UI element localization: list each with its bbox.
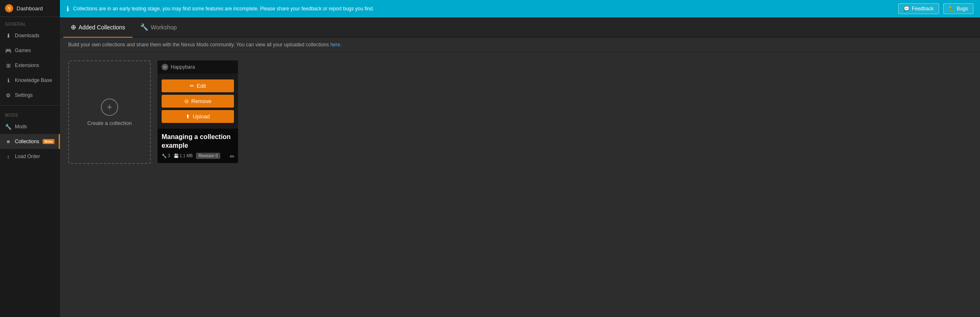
create-plus-icon: + <box>101 98 118 116</box>
card-avatar: H <box>162 64 168 70</box>
sidebar-item-games[interactable]: 🎮 Games <box>0 43 60 58</box>
upload-icon: ⬆ <box>186 113 190 120</box>
tab-workshop-icon: 🔧 <box>140 23 148 31</box>
banner-text: Collections are in an early testing stag… <box>73 6 894 12</box>
subtitle-link[interactable]: here. <box>330 42 341 48</box>
banner-info-icon: ℹ <box>67 5 69 13</box>
card-header: H Happybara <box>157 60 238 74</box>
sidebar-item-downloads-label: Downloads <box>15 33 55 38</box>
subtitle-bar: Build your own collections and share the… <box>60 38 980 52</box>
beta-badge: Beta <box>43 139 55 144</box>
size-icon: 💾 <box>174 154 179 158</box>
sidebar-item-collections-label: Collections <box>15 139 39 144</box>
sidebar-item-load-order[interactable]: ↕ Load Order <box>0 149 60 164</box>
sidebar-section-general: General <box>0 17 60 28</box>
sidebar-item-games-label: Games <box>15 48 55 53</box>
extensions-icon: ⊞ <box>5 62 12 69</box>
upload-label: Upload <box>193 113 210 120</box>
banner: ℹ Collections are in an early testing st… <box>60 0 980 17</box>
mods-count-value: 3 <box>168 154 170 158</box>
edit-icon: ✏ <box>190 83 194 89</box>
sidebar-item-extensions-label: Extensions <box>15 62 55 68</box>
size-value: 1.1 MB <box>180 154 193 158</box>
tab-added-collections-label: Added Collections <box>79 24 125 31</box>
load-order-icon: ↕ <box>5 153 12 160</box>
card-meta: 🔧 3 💾 1.1 MB Revision 0 <box>162 153 234 159</box>
card-edit-button[interactable]: ✏ Edit <box>162 79 234 92</box>
sidebar-logo-text: Dashboard <box>17 5 43 12</box>
games-icon: 🎮 <box>5 47 12 54</box>
tab-workshop[interactable]: 🔧 Workshop <box>133 17 184 38</box>
feedback-button[interactable]: 💬 Feedback <box>898 3 939 14</box>
logo-icon: N <box>5 4 13 12</box>
subtitle-text: Build your own collections and share the… <box>68 42 330 48</box>
card-info: Managing a collection example 🔧 3 💾 1.1 … <box>157 129 238 163</box>
content-area: Build your own collections and share the… <box>60 38 980 317</box>
card-author: Happybara <box>171 64 195 70</box>
create-collection-card[interactable]: + Create a collection <box>68 60 151 164</box>
sidebar-item-extensions[interactable]: ⊞ Extensions <box>0 58 60 73</box>
card-upload-button[interactable]: ⬆ Upload <box>162 110 234 123</box>
remove-icon: ⊖ <box>184 98 189 104</box>
sidebar-section-mods: Mods <box>0 108 60 119</box>
knowledge-base-icon: ℹ <box>5 77 12 84</box>
downloads-icon: ⬇ <box>5 32 12 39</box>
mods-icon: 🔧 <box>5 123 12 130</box>
sidebar-item-knowledge-base[interactable]: ℹ Knowledge Base <box>0 73 60 88</box>
sidebar-item-mods[interactable]: 🔧 Mods <box>0 119 60 134</box>
card-title: Managing a collection example <box>162 133 234 150</box>
sidebar-divider <box>0 105 60 106</box>
sidebar-item-load-order-label: Load Order <box>15 154 55 159</box>
bugs-button[interactable]: 🐛 Bugs <box>943 3 973 14</box>
card-body: ✏ Edit ⊖ Remove ⬆ Upload <box>157 74 238 163</box>
revision-badge: Revision 0 <box>196 153 220 159</box>
card-edit-pencil-icon[interactable]: ✏ <box>230 153 235 160</box>
sidebar-item-knowledge-base-label: Knowledge Base <box>15 77 55 83</box>
mods-count-icon: 🔧 <box>162 154 167 158</box>
feedback-label: Feedback <box>912 6 934 12</box>
collection-card: H Happybara ✏ Edit ⊖ Remove <box>157 60 238 163</box>
card-remove-button[interactable]: ⊖ Remove <box>162 95 234 108</box>
card-actions: ✏ Edit ⊖ Remove ⬆ Upload <box>157 74 238 129</box>
sidebar-item-settings-label: Settings <box>15 92 55 98</box>
collections-icon: ≡ <box>5 138 12 145</box>
tab-added-collections-icon: ⊕ <box>71 23 76 31</box>
tab-workshop-label: Workshop <box>151 24 177 31</box>
sidebar-item-mods-label: Mods <box>15 124 55 130</box>
tab-added-collections[interactable]: ⊕ Added Collections <box>63 17 133 38</box>
sidebar: N Dashboard General ⬇ Downloads 🎮 Games … <box>0 0 60 317</box>
collections-area: + Create a collection H Happybara ✏ Edit <box>60 52 980 172</box>
card-bottom: Managing a collection example 🔧 3 💾 1.1 … <box>157 129 238 163</box>
tabs: ⊕ Added Collections 🔧 Workshop <box>60 17 980 38</box>
sidebar-item-downloads[interactable]: ⬇ Downloads <box>0 28 60 43</box>
main-content: ℹ Collections are in an early testing st… <box>60 0 980 317</box>
sidebar-logo[interactable]: N Dashboard <box>0 0 60 17</box>
edit-label: Edit <box>197 83 206 89</box>
bugs-label: Bugs <box>957 6 968 12</box>
feedback-icon: 💬 <box>904 6 910 12</box>
card-mods-count: 🔧 3 <box>162 154 170 158</box>
create-collection-label: Create a collection <box>87 120 132 126</box>
card-size: 💾 1.1 MB <box>174 154 193 158</box>
bugs-icon: 🐛 <box>949 6 955 12</box>
remove-label: Remove <box>191 98 211 104</box>
sidebar-item-settings[interactable]: ⚙ Settings <box>0 88 60 103</box>
sidebar-item-collections[interactable]: ≡ Collections Beta <box>0 134 60 149</box>
settings-icon: ⚙ <box>5 92 12 98</box>
